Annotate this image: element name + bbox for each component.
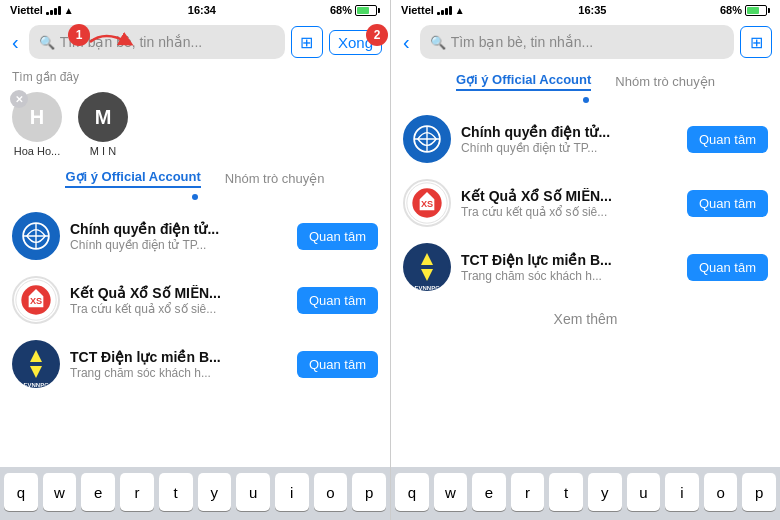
account-item-2-right[interactable]: EVNNPC TCT Điện lực miền B... Trang chăm… — [391, 235, 780, 299]
bar1 — [46, 12, 49, 15]
section-tabs-left: Gợi ý Official Account Nhóm trò chuyện — [0, 161, 390, 192]
account-logo-chinh-right — [403, 115, 451, 163]
svg-text:EVNNPC: EVNNPC — [414, 285, 440, 291]
quan-tam-btn-chinh-right[interactable]: Quan tâm — [687, 126, 768, 153]
rbar4 — [449, 6, 452, 15]
back-button-right[interactable]: ‹ — [399, 29, 414, 56]
account-info-chinh-left: Chính quyền điện tử... Chính quyền điện … — [70, 221, 287, 252]
quan-tam-btn-xoso-left[interactable]: Quan tâm — [297, 287, 378, 314]
status-left: Viettel ▲ — [10, 4, 74, 16]
qr-icon-left: ⊞ — [300, 33, 313, 52]
account-sub-chinh-left: Chính quyền điện tử TP... — [70, 238, 287, 252]
key-y-left[interactable]: y — [198, 473, 232, 511]
account-name-xoso-right: Kết Quả Xổ Số MIẾN... — [461, 188, 677, 204]
keyboard-right: q w e r t y u i o p — [391, 467, 780, 520]
key-p-right[interactable]: p — [742, 473, 776, 511]
key-w-right[interactable]: w — [434, 473, 468, 511]
status-right-left: 68% — [330, 4, 380, 16]
account-sub-evn-right: Trang chăm sóc khách h... — [461, 269, 677, 283]
signal-bars-right — [437, 6, 452, 15]
key-e-right[interactable]: e — [472, 473, 506, 511]
account-item-1-left[interactable]: XS Kết Quả Xổ Số MIẾN... Tra cứu kết quả… — [0, 268, 390, 332]
carrier-left: Viettel — [10, 4, 43, 16]
chinh-logo-svg-left — [14, 214, 58, 258]
bar2 — [50, 10, 53, 15]
status-bar-left: Viettel ▲ 16:34 68% — [0, 0, 390, 20]
account-list-left: Chính quyền điện tử... Chính quyền điện … — [0, 200, 390, 467]
avatar-item-1[interactable]: M M I N — [78, 92, 128, 157]
account-info-evn-left: TCT Điện lực miền B... Trang chăm sóc kh… — [70, 349, 287, 380]
tab-official-account-right[interactable]: Gợi ý Official Account — [456, 72, 591, 91]
nav-bar-right: ‹ 🔍 Tìm bạn bè, tin nhắn... ⊞ — [391, 20, 780, 64]
search-bar-left[interactable]: 🔍 Tìm bạn bè, tin nhắn... — [29, 25, 285, 59]
battery-pct-left: 68% — [330, 4, 352, 16]
key-p-left[interactable]: p — [352, 473, 386, 511]
svg-point-18 — [405, 245, 449, 289]
status-left-right: Viettel ▲ — [401, 4, 465, 16]
account-item-0-left[interactable]: Chính quyền điện tử... Chính quyền điện … — [0, 204, 390, 268]
tab-official-account-left[interactable]: Gợi ý Official Account — [65, 169, 200, 188]
quan-tam-btn-evn-left[interactable]: Quan tâm — [297, 351, 378, 378]
account-info-xoso-right: Kết Quả Xổ Số MIẾN... Tra cứu kết quả xổ… — [461, 188, 677, 219]
key-o-left[interactable]: o — [314, 473, 348, 511]
account-info-evn-right: TCT Điện lực miền B... Trang chăm sóc kh… — [461, 252, 677, 283]
recent-label: Tìm gần đây — [0, 64, 390, 88]
key-w-left[interactable]: w — [43, 473, 77, 511]
key-r-right[interactable]: r — [511, 473, 545, 511]
avatar-item-0[interactable]: ✕ H Hoa Ho... — [12, 92, 62, 157]
back-button-left[interactable]: ‹ — [8, 29, 23, 56]
tab-group-left[interactable]: Nhóm trò chuyện — [225, 171, 325, 186]
key-r-left[interactable]: r — [120, 473, 154, 511]
xem-them-btn[interactable]: Xem thêm — [391, 299, 780, 339]
rbar3 — [445, 8, 448, 15]
key-row-left: q w e r t y u i o p — [4, 473, 386, 511]
account-item-1-right[interactable]: XS Kết Quả Xổ Số MIẾN... Tra cứu kết quả… — [391, 171, 780, 235]
account-info-xoso-left: Kết Quả Xổ Số MIẾN... Tra cứu kết quả xổ… — [70, 285, 287, 316]
key-y-right[interactable]: y — [588, 473, 622, 511]
close-badge-0[interactable]: ✕ — [10, 90, 28, 108]
key-t-right[interactable]: t — [549, 473, 583, 511]
qr-button-right[interactable]: ⊞ — [740, 26, 772, 58]
key-e-left[interactable]: e — [81, 473, 115, 511]
battery-pct-right: 68% — [720, 4, 742, 16]
account-name-evn-left: TCT Điện lực miền B... — [70, 349, 287, 365]
avatar-initial-1: M — [95, 106, 112, 129]
key-row-right: q w e r t y u i o p — [395, 473, 776, 511]
key-t-left[interactable]: t — [159, 473, 193, 511]
svg-point-7 — [14, 342, 58, 386]
evn-logo-svg-right: EVNNPC — [403, 243, 451, 291]
keyboard-left: q w e r t y u i o p — [0, 467, 390, 520]
signal-bars-left — [46, 6, 61, 15]
wifi-icon-right: ▲ — [455, 5, 465, 16]
quan-tam-btn-xoso-right[interactable]: Quan tâm — [687, 190, 768, 217]
status-right-right: 68% — [720, 4, 770, 16]
account-item-2-left[interactable]: EVNNPC TCT Điện lực miền B... Trang chăm… — [0, 332, 390, 396]
quan-tam-btn-evn-right[interactable]: Quan tâm — [687, 254, 768, 281]
account-logo-xoso-left: XS — [12, 276, 60, 324]
rbar1 — [437, 12, 440, 15]
key-u-left[interactable]: u — [236, 473, 270, 511]
key-o-right[interactable]: o — [704, 473, 738, 511]
account-sub-evn-left: Trang chăm sóc khách h... — [70, 366, 287, 380]
key-q-right[interactable]: q — [395, 473, 429, 511]
search-bar-right[interactable]: 🔍 Tìm bạn bè, tin nhắn... — [420, 25, 734, 59]
key-q-left[interactable]: q — [4, 473, 38, 511]
tab-group-right[interactable]: Nhóm trò chuyện — [615, 74, 715, 89]
quan-tam-btn-chinh-left[interactable]: Quan tâm — [297, 223, 378, 250]
account-item-0-right[interactable]: Chính quyền điện tử... Chính quyền điện … — [391, 107, 780, 171]
key-u-right[interactable]: u — [627, 473, 661, 511]
status-bar-right: Viettel ▲ 16:35 68% — [391, 0, 780, 20]
key-i-right[interactable]: i — [665, 473, 699, 511]
qr-button-left[interactable]: ⊞ — [291, 26, 323, 58]
bar4 — [58, 6, 61, 15]
account-name-chinh-right: Chính quyền điện tử... — [461, 124, 677, 140]
arrow-icon — [85, 28, 135, 56]
account-info-chinh-right: Chính quyền điện tử... Chính quyền điện … — [461, 124, 677, 155]
account-name-xoso-left: Kết Quả Xổ Số MIẾN... — [70, 285, 287, 301]
search-placeholder-right: Tìm bạn bè, tin nhắn... — [451, 34, 724, 50]
account-logo-xoso-right: XS — [403, 179, 451, 227]
key-i-left[interactable]: i — [275, 473, 309, 511]
avatars-row: ✕ H Hoa Ho... M M I N — [0, 88, 390, 161]
account-sub-chinh-right: Chính quyền điện tử TP... — [461, 141, 677, 155]
account-logo-chinh-left — [12, 212, 60, 260]
